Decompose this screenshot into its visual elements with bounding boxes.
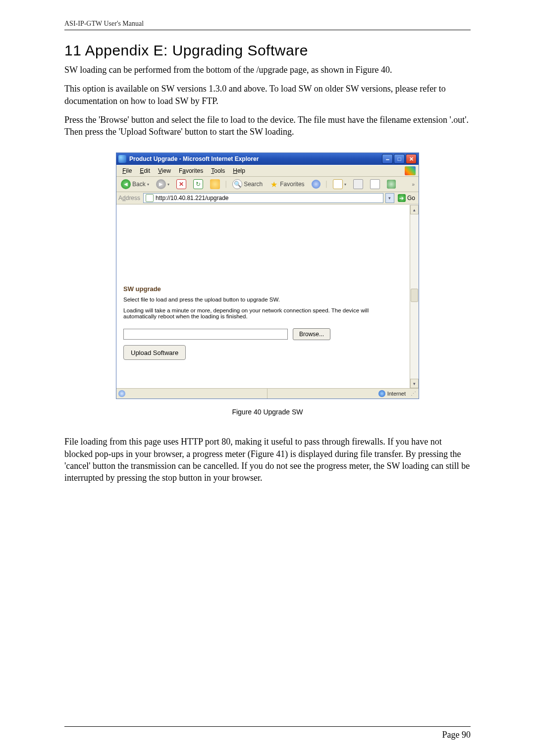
forward-button[interactable]: ►▾ bbox=[154, 178, 172, 190]
refresh-icon: ↻ bbox=[193, 179, 203, 189]
page-footer: Page 90 bbox=[64, 726, 471, 740]
toolbar: ◄Back▾ ►▾ ✕ ↻ │ 🔍Search ★Favorites │ ▾ » bbox=[116, 177, 419, 192]
file-input[interactable] bbox=[123, 329, 288, 340]
star-icon: ★ bbox=[269, 180, 278, 189]
windows-logo-icon bbox=[405, 166, 416, 175]
stop-button[interactable]: ✕ bbox=[174, 178, 189, 190]
page-icon bbox=[146, 194, 154, 202]
scroll-down[interactable]: ▾ bbox=[410, 379, 419, 388]
menu-favorites[interactable]: Favorites bbox=[175, 166, 207, 175]
address-dropdown[interactable]: ▾ bbox=[385, 193, 394, 203]
ie-window: Product Upgrade - Microsoft Internet Exp… bbox=[116, 152, 419, 399]
mail-icon bbox=[333, 179, 343, 189]
back-button[interactable]: ◄Back▾ bbox=[118, 178, 152, 190]
address-input[interactable]: http://10.40.81.221/upgrade bbox=[143, 193, 383, 203]
search-icon: 🔍 bbox=[232, 179, 242, 189]
minimize-button[interactable]: ‒ bbox=[382, 154, 393, 164]
instruction-line-1: Select file to load and press the upload… bbox=[123, 297, 403, 302]
favorites-button[interactable]: ★Favorites bbox=[267, 179, 307, 190]
intro-p1: SW loading can be performed from the bot… bbox=[64, 64, 471, 76]
home-button[interactable] bbox=[208, 178, 222, 190]
forward-icon: ► bbox=[156, 179, 166, 189]
section-title: 11 Appendix E: Upgrading Software bbox=[64, 42, 471, 59]
intro-p2: This option is available on SW versions … bbox=[64, 83, 471, 107]
address-label: Address bbox=[118, 195, 141, 202]
upload-software-button[interactable]: Upload Software bbox=[123, 345, 186, 360]
back-icon: ◄ bbox=[121, 179, 131, 189]
menu-view[interactable]: View bbox=[154, 166, 175, 175]
scroll-thumb[interactable] bbox=[411, 289, 418, 302]
menu-edit[interactable]: Edit bbox=[136, 166, 154, 175]
menu-help[interactable]: Help bbox=[229, 166, 249, 175]
intro-p3: Press the 'Browse' button and select the… bbox=[64, 114, 471, 138]
ie-icon bbox=[118, 155, 126, 163]
menubar: File Edit View Favorites Tools Help bbox=[116, 165, 419, 177]
print-button[interactable] bbox=[351, 178, 366, 190]
messenger-icon bbox=[387, 180, 396, 189]
globe-icon bbox=[378, 390, 385, 397]
sw-upgrade-heading: SW upgrade bbox=[123, 285, 403, 293]
mail-button[interactable]: ▾ bbox=[330, 178, 349, 190]
menu-file[interactable]: File bbox=[118, 166, 136, 175]
menu-tools[interactable]: Tools bbox=[207, 166, 229, 175]
browse-button[interactable]: Browse... bbox=[293, 328, 330, 340]
resize-grip[interactable]: ⋰ bbox=[411, 391, 419, 397]
figure-caption: Figure 40 Upgrade SW bbox=[64, 408, 471, 416]
close-button[interactable]: ✕ bbox=[406, 154, 417, 164]
browser-content: SW upgrade Select file to load and press… bbox=[116, 204, 419, 388]
doc-header: ASI-IP-GTW User's Manual bbox=[64, 20, 471, 30]
instruction-line-2: Loading will take a minute or more, depe… bbox=[123, 307, 403, 319]
addressbar: Address http://10.40.81.221/upgrade ▾ ➔G… bbox=[116, 192, 419, 204]
messenger-button[interactable] bbox=[384, 179, 398, 190]
history-icon bbox=[312, 180, 321, 189]
maximize-button[interactable]: □ bbox=[394, 154, 405, 164]
go-arrow-icon: ➔ bbox=[398, 194, 406, 202]
body-p4: File loading from this page uses HTTP po… bbox=[64, 436, 471, 484]
print-icon bbox=[353, 179, 363, 189]
edit-button[interactable] bbox=[368, 178, 382, 190]
titlebar: Product Upgrade - Microsoft Internet Exp… bbox=[116, 153, 419, 165]
stop-icon: ✕ bbox=[176, 179, 186, 189]
home-icon bbox=[210, 179, 220, 189]
refresh-button[interactable]: ↻ bbox=[191, 178, 206, 190]
window-title: Product Upgrade - Microsoft Internet Exp… bbox=[129, 155, 382, 162]
search-button[interactable]: 🔍Search bbox=[230, 178, 265, 190]
toolbar-overflow[interactable]: » bbox=[410, 182, 417, 187]
history-button[interactable] bbox=[309, 179, 323, 190]
scrollbar[interactable]: ▴ ▾ bbox=[410, 205, 419, 388]
scroll-up[interactable]: ▴ bbox=[410, 205, 419, 214]
status-zone: Internet bbox=[387, 391, 406, 397]
edit-icon bbox=[370, 179, 380, 189]
statusbar: Internet ⋰ bbox=[116, 388, 419, 399]
go-button[interactable]: ➔Go bbox=[396, 194, 417, 202]
status-icon bbox=[118, 390, 125, 397]
